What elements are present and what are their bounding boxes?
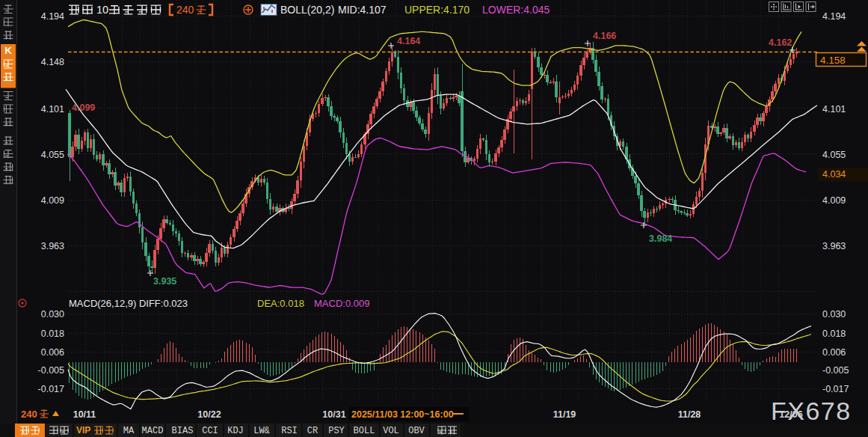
svg-text:4.101: 4.101 [41,104,64,114]
svg-text:DEA:0.018: DEA:0.018 [257,298,304,309]
svg-text:RSI: RSI [281,426,298,436]
svg-text:2025/11/03 12:00~16:00: 2025/11/03 12:00~16:00 [351,409,454,420]
svg-text:4.194: 4.194 [41,11,64,22]
svg-text:-0.005: -0.005 [822,365,849,376]
svg-text:FX678: FX678 [771,397,852,425]
svg-text:3.963: 3.963 [822,241,846,251]
svg-text:4.101: 4.101 [822,104,846,114]
svg-text:-0.017: -0.017 [822,384,849,394]
svg-text:240: 240 [176,4,194,16]
svg-text:10/22: 10/22 [197,409,221,420]
svg-text:MACD:0.009: MACD:0.009 [314,298,369,309]
svg-text:4.055: 4.055 [41,150,64,160]
svg-text:0.018: 0.018 [41,328,64,339]
svg-text:MACD: MACD [142,426,164,436]
svg-text:4.164: 4.164 [397,36,420,46]
svg-text:0.006: 0.006 [41,347,64,358]
svg-text:4.055: 4.055 [822,150,846,160]
svg-text:OBV: OBV [408,426,425,436]
svg-text:0.018: 0.018 [822,328,846,339]
svg-text:4.194: 4.194 [822,11,846,22]
svg-text:4.158: 4.158 [820,55,846,66]
svg-text:10: 10 [96,4,108,16]
svg-text:11/19: 11/19 [553,409,576,420]
svg-text:4.009: 4.009 [41,195,64,206]
svg-text:K: K [4,45,12,56]
svg-text:CR: CR [307,426,318,436]
svg-text:0.030: 0.030 [41,309,64,320]
svg-text:BIAS: BIAS [172,426,194,436]
svg-text:MACD(26,12,9) DIFF:0.023: MACD(26,12,9) DIFF:0.023 [69,298,188,309]
svg-text:PSY: PSY [328,426,345,436]
svg-text:3.984: 3.984 [649,233,672,244]
svg-text:3.963: 3.963 [41,241,64,251]
svg-text:VOL: VOL [383,426,399,436]
svg-text:4.009: 4.009 [822,195,846,206]
svg-text:BOLL: BOLL [354,426,375,436]
svg-text:LW&: LW& [253,426,270,436]
svg-text:CCI: CCI [202,426,218,436]
svg-text:MID:4.107: MID:4.107 [338,4,387,16]
svg-text:-0.017: -0.017 [38,384,64,394]
svg-text:LOWER:4.045: LOWER:4.045 [482,4,550,16]
svg-text:4.034: 4.034 [822,169,846,180]
svg-text:4.099: 4.099 [72,103,95,113]
svg-text:10/31: 10/31 [322,409,345,420]
svg-text:240: 240 [21,409,37,420]
svg-text:-0.005: -0.005 [38,365,64,376]
svg-text:VIP: VIP [76,425,90,436]
svg-text:BOLL(20,2): BOLL(20,2) [280,4,334,16]
svg-text:11/28: 11/28 [678,409,701,420]
svg-text:KDJ: KDJ [227,426,244,436]
svg-text:4.162: 4.162 [769,37,792,48]
svg-text:0.030: 0.030 [822,309,846,320]
svg-text:UPPER:4.170: UPPER:4.170 [404,4,470,16]
svg-text:MA: MA [123,426,135,436]
svg-text:3.935: 3.935 [153,276,176,287]
svg-text:10/11: 10/11 [73,409,96,420]
svg-text:4.166: 4.166 [593,31,616,41]
svg-text:4.148: 4.148 [41,57,64,67]
svg-text:0.006: 0.006 [822,347,846,358]
